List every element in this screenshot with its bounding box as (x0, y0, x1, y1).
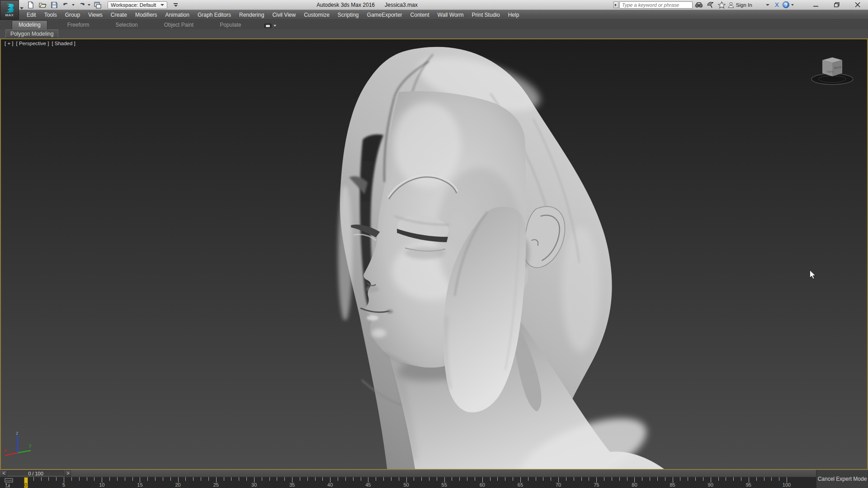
undo-icon[interactable] (61, 1, 71, 9)
polygon-modeling-panel-tab[interactable]: Polygon Modeling (5, 29, 58, 38)
ruler-tick (71, 477, 72, 481)
document-title: Jessica3.max (385, 2, 418, 8)
ruler-label: 90 (708, 482, 713, 488)
ribbon-display-toggle[interactable] (264, 23, 276, 28)
menu-group[interactable]: Group (61, 10, 84, 20)
redo-icon[interactable] (77, 1, 86, 9)
menu-help[interactable]: Help (504, 10, 524, 20)
menu-print-studio[interactable]: Print Studio (468, 10, 504, 20)
menu-modifiers[interactable]: Modifiers (131, 10, 161, 20)
restore-button[interactable] (830, 1, 844, 9)
close-button[interactable] (851, 1, 864, 9)
menu-customize[interactable]: Customize (300, 10, 334, 20)
menu-views[interactable]: Views (84, 10, 107, 20)
ruler-tick (657, 477, 658, 481)
communication-center-icon[interactable] (706, 1, 715, 9)
help-button[interactable]: ? (783, 1, 794, 8)
menu-tools[interactable]: Tools (40, 10, 61, 20)
viewport-shading-menu[interactable]: [ Shaded ] (52, 41, 75, 46)
undo-history-caret[interactable] (72, 4, 75, 6)
track-bar[interactable]: < 0 / 100 > (0, 470, 816, 477)
ruler-tick (155, 477, 156, 481)
application-menu-button[interactable]: MAX (0, 0, 19, 20)
viewcube-cube: LEFT BACK (822, 57, 842, 76)
viewcube[interactable]: LEFT BACK (807, 47, 857, 86)
ruler-label: 30 (251, 482, 257, 488)
menu-animation[interactable]: Animation (161, 10, 193, 20)
search-input[interactable] (619, 1, 693, 9)
ruler-tick (383, 477, 384, 481)
menu-gameexporter[interactable]: GameExporter (363, 10, 406, 20)
ruler-tick (33, 477, 34, 481)
ruler-tick (513, 477, 513, 481)
ruler-tick (399, 477, 399, 481)
ruler-tick (703, 477, 703, 481)
menu-wall-worm[interactable]: Wall Worm (434, 10, 468, 20)
ribbon-tab-freeform[interactable]: Freeform (61, 21, 96, 29)
ruler-label: 95 (746, 482, 751, 488)
menu-scripting[interactable]: Scripting (334, 10, 363, 20)
ruler-tick (307, 477, 308, 481)
ruler-tick (665, 477, 665, 481)
minimize-button[interactable] (809, 1, 823, 9)
ribbon-tab-populate[interactable]: Populate (213, 21, 247, 29)
project-folder-icon[interactable] (93, 1, 102, 9)
menu-create[interactable]: Create (107, 10, 131, 20)
search-arrow-icon[interactable] (613, 1, 618, 8)
ribbon-tab-object-paint[interactable]: Object Paint (158, 21, 200, 29)
save-file-icon[interactable] (50, 1, 59, 9)
favorites-star-icon[interactable] (717, 1, 726, 9)
new-scene-icon[interactable] (26, 1, 35, 9)
app-button-caret-icon[interactable] (20, 7, 24, 9)
axis-x-label: x (4, 447, 7, 453)
viewport-pov-menu[interactable]: [ Perspective ] (16, 41, 49, 46)
qat-customize-button[interactable] (174, 3, 178, 7)
workspace-selector[interactable]: Workspace: Default (108, 1, 167, 9)
ribbon-tab-selection[interactable]: Selection (109, 21, 144, 29)
menu-civil-view[interactable]: Civil View (268, 10, 300, 20)
binoculars-icon[interactable] (694, 1, 704, 9)
ruler-label: 20 (175, 482, 180, 488)
ruler-tick (771, 477, 772, 481)
redo-history-caret[interactable] (88, 4, 90, 6)
ruler-tick (688, 477, 688, 481)
ruler-tick (650, 477, 650, 481)
ribbon-tab-modeling[interactable]: Modeling (12, 20, 47, 29)
open-mini-curve-editor-button[interactable] (4, 478, 14, 488)
ruler-tick (764, 477, 764, 481)
ruler-label: 10 (99, 482, 104, 488)
cancel-expert-mode-button[interactable]: Cancel Expert Mode (816, 470, 868, 488)
ruler-tick (41, 477, 42, 481)
help-caret-icon (791, 4, 794, 6)
menu-graph-editors[interactable]: Graph Editors (193, 10, 235, 20)
sign-in-button[interactable]: Sign In (728, 2, 754, 8)
ruler-tick (338, 477, 338, 481)
ruler-label: 70 (556, 482, 561, 488)
current-frame-field[interactable]: 0 / 100 (7, 470, 64, 476)
ruler-tick (376, 477, 376, 481)
sign-in-caret-icon[interactable] (766, 4, 769, 6)
menu-bar: EditToolsGroupViewsCreateModifiersAnimat… (0, 10, 868, 20)
ruler-tick (733, 477, 734, 481)
open-file-icon[interactable] (38, 1, 47, 9)
menu-rendering[interactable]: Rendering (235, 10, 268, 20)
next-frame-button[interactable]: > (65, 470, 71, 476)
menu-content[interactable]: Content (406, 10, 434, 20)
ruler-label: 15 (137, 482, 142, 488)
ruler-tick (680, 477, 680, 481)
ruler-label: 60 (480, 482, 485, 488)
ruler-tick (231, 477, 231, 481)
ruler-tick (79, 477, 80, 481)
menu-edit[interactable]: Edit (23, 10, 40, 20)
ruler-tick (391, 477, 392, 481)
ruler-tick (528, 477, 528, 481)
ruler-tick (224, 477, 224, 481)
viewport-general-menu[interactable]: [ + ] (5, 41, 14, 46)
perspective-viewport[interactable]: [ + ] [ Perspective ] [ Shaded ] (0, 38, 868, 470)
timeline-bar: < 0 / 100 > 0510152025303540455055606570… (0, 470, 868, 488)
time-ruler[interactable]: 0510152025303540455055606570758085909510… (0, 477, 816, 488)
3dsmax-window: Workspace: Default Autodesk 3ds Max 2016… (0, 0, 868, 488)
previous-frame-button[interactable]: < (1, 470, 7, 476)
ruler-label: 85 (670, 482, 675, 488)
exchange-apps-icon[interactable]: X (775, 1, 779, 9)
